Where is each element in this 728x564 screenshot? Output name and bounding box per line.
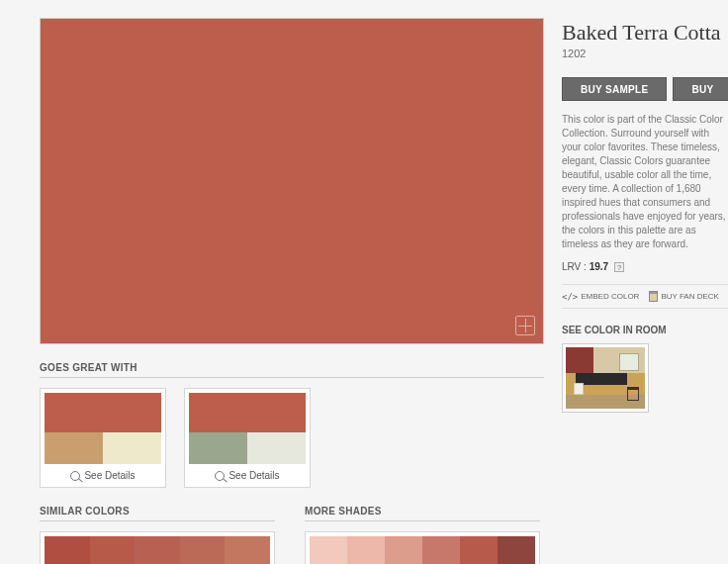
more-shades-heading: MORE SHADES (305, 502, 540, 521)
room-scene (566, 347, 645, 409)
similar-colors-card[interactable] (40, 531, 275, 564)
main-color-swatch (40, 18, 544, 344)
similar-swatch[interactable] (135, 536, 180, 564)
similar-colors-heading: SIMILAR COLORS (40, 502, 275, 521)
goes-great-with-heading: GOES GREAT WITH (40, 358, 544, 378)
similar-swatch[interactable] (90, 536, 136, 564)
color-code: 1202 (562, 47, 728, 59)
code-icon: </> (562, 292, 578, 302)
room-thumbnail[interactable] (562, 343, 649, 413)
similar-swatch[interactable] (225, 536, 270, 564)
lrv-label: LRV : (562, 261, 587, 272)
shade-swatch[interactable] (347, 536, 385, 564)
buy-button[interactable]: BUY (673, 77, 728, 101)
see-details-label: See Details (228, 470, 279, 481)
shade-swatch[interactable] (385, 536, 422, 564)
buy-fan-deck-link[interactable]: BUY FAN DECK (649, 291, 719, 302)
see-details-link[interactable]: See Details (45, 464, 161, 483)
palette-swatch (189, 432, 247, 464)
similar-swatch[interactable] (180, 536, 226, 564)
similar-swatch[interactable] (45, 536, 90, 564)
shade-swatch[interactable] (498, 536, 535, 564)
see-color-in-room-heading: SEE COLOR IN ROOM (562, 325, 728, 335)
brand-grid-icon (515, 316, 535, 335)
palette-top-swatch (189, 393, 306, 432)
embed-color-link[interactable]: </> EMBED COLOR (562, 291, 639, 302)
lrv-value: 19.7 (590, 261, 608, 272)
lrv-row: LRV : 19.7 ? (562, 261, 728, 272)
fandeck-label: BUY FAN DECK (661, 292, 719, 301)
palette-swatch (45, 432, 103, 464)
shade-swatch[interactable] (310, 536, 347, 564)
see-details-label: See Details (84, 470, 135, 481)
color-description: This color is part of the Classic Color … (562, 113, 728, 251)
palette-swatch (247, 432, 306, 464)
palette-card-0[interactable]: See Details (40, 388, 166, 488)
palette-swatch (103, 432, 161, 464)
buy-sample-button[interactable]: BUY SAMPLE (562, 77, 667, 101)
help-icon[interactable]: ? (614, 262, 624, 272)
shade-swatch[interactable] (422, 536, 460, 564)
magnifier-icon (215, 471, 225, 481)
palette-top-swatch (45, 393, 161, 432)
palette-card-1[interactable]: See Details (184, 388, 311, 488)
embed-label: EMBED COLOR (581, 292, 639, 301)
shade-swatch[interactable] (460, 536, 498, 564)
color-name: Baked Terra Cotta (562, 20, 728, 46)
magnifier-icon (70, 471, 80, 481)
more-shades-card[interactable] (305, 531, 540, 564)
see-details-link[interactable]: See Details (189, 464, 306, 483)
fandeck-icon (649, 291, 658, 302)
